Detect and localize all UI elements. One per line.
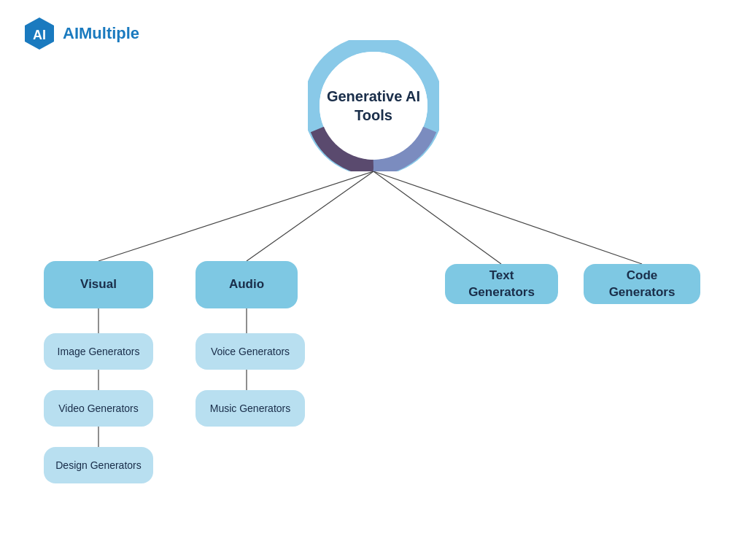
svg-line-5 [374,171,642,264]
node-audio: Audio [196,261,298,308]
center-text: Generative AI Tools [308,87,439,125]
logo-ai: AI [63,24,79,42]
node-design-generators: Design Generators [44,447,153,483]
svg-text:AI: AI [33,28,46,42]
logo-multiple: Multiple [79,24,139,42]
svg-line-2 [98,171,374,261]
logo-icon: AI [22,16,57,51]
node-video-generators: Video Generators [44,390,153,427]
node-visual: Visual [44,261,153,308]
node-music-generators: Music Generators [196,390,305,427]
svg-line-4 [374,171,501,264]
center-label: Generative AI Tools [308,40,439,171]
node-image-generators: Image Generators [44,333,153,370]
logo: AI AIMultiple [22,16,139,51]
svg-line-3 [247,171,374,261]
node-code-generators: Code Generators [584,264,700,304]
node-voice-generators: Voice Generators [196,333,305,370]
node-text-generators: Text Generators [445,264,558,304]
logo-text: AIMultiple [63,24,139,43]
